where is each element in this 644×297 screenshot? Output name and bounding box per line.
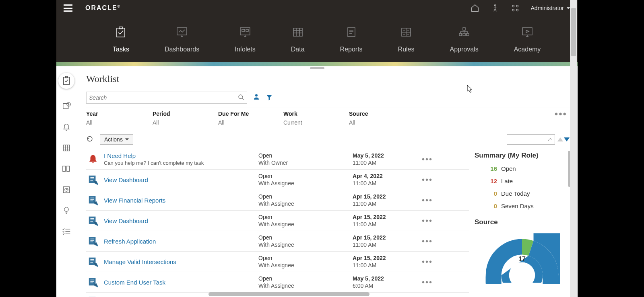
task-row[interactable]: View Financial ReportsOpenWith AssigneeA… [86, 190, 469, 211]
rail-lightbulb-icon[interactable] [62, 206, 71, 215]
svg-point-30 [255, 94, 258, 96]
svg-point-1 [512, 5, 514, 7]
summary-row[interactable]: 16Open [475, 165, 570, 172]
task-title[interactable]: Manage Valid Intersections [104, 258, 253, 265]
svg-rect-19 [64, 77, 70, 84]
task-icon [88, 174, 98, 185]
nav-item-rules[interactable]: Rules [398, 26, 415, 53]
task-menu-icon[interactable]: ••• [419, 281, 436, 283]
nav-item-reports[interactable]: Reports [340, 26, 363, 53]
task-title[interactable]: Custom End User Task [104, 279, 253, 286]
nav-item-academy[interactable]: Academy [514, 26, 541, 53]
task-time: 11:00 AM [353, 160, 413, 166]
tasks-list: I Need HelpCan you help me? I can't comp… [86, 149, 469, 297]
nav-item-approvals[interactable]: Approvals [450, 26, 479, 53]
task-date: May 5, 2022 [353, 152, 413, 159]
task-title[interactable]: View Dashboard [104, 176, 253, 183]
sort-asc-icon[interactable] [557, 136, 563, 143]
svg-rect-18 [522, 28, 532, 35]
rail-report-icon[interactable] [62, 185, 71, 194]
filter-period[interactable]: Period All [153, 111, 218, 126]
svg-rect-12 [348, 28, 355, 37]
nav-item-dashboards[interactable]: Dashboards [165, 26, 199, 53]
search-icon[interactable] [238, 94, 244, 102]
banner-strip [56, 62, 578, 66]
search-input[interactable] [89, 94, 238, 101]
task-row[interactable]: Manage Valid IntersectionsOpenWith Assig… [86, 252, 469, 272]
rail-worklist-icon[interactable] [58, 73, 74, 89]
user-menu[interactable]: Administrator [531, 5, 570, 11]
task-icon [88, 215, 98, 226]
task-date: Apr 15, 2022 [353, 214, 413, 220]
filter-source[interactable]: Source All [349, 111, 429, 126]
task-icon [88, 256, 98, 267]
task-menu-icon[interactable]: ••• [419, 178, 436, 181]
task-title[interactable]: View Dashboard [104, 217, 253, 224]
filter-work[interactable]: Work Current [283, 111, 349, 126]
apps-icon[interactable] [511, 4, 520, 12]
rail-alerts-icon[interactable] [62, 123, 71, 131]
rail-checklist-icon[interactable] [62, 227, 71, 236]
sort-desc-icon[interactable] [564, 136, 570, 143]
task-assignee: With Owner [258, 160, 347, 166]
task-row[interactable]: View DashboardOpenWith AssigneeApr 15, 2… [86, 211, 469, 231]
task-row[interactable]: View DashboardOpenWith AssigneeApr 4, 20… [86, 170, 469, 190]
filter-due[interactable]: Due For Me All [218, 111, 283, 126]
task-menu-icon[interactable]: ••• [419, 260, 436, 263]
task-title[interactable]: View Financial Reports [104, 197, 253, 204]
summary-count: 12 [487, 178, 497, 184]
rail-schedule-icon[interactable] [62, 102, 71, 111]
filter-year[interactable]: Year All [86, 111, 153, 126]
nav-item-infolets[interactable]: Infolets [235, 26, 256, 53]
summary-label: Seven Days [501, 203, 534, 209]
summary-label: Late [501, 178, 513, 184]
refresh-icon[interactable] [86, 135, 93, 144]
main-nav: TasksDashboardsInfoletsDataReportsRulesA… [56, 16, 578, 62]
summary-row[interactable]: 0Due Today [475, 190, 570, 197]
task-assignee: With Assignee [258, 242, 347, 248]
donut-center-label: 17 [518, 256, 526, 263]
svg-point-0 [494, 5, 495, 6]
summary-row[interactable]: 0Seven Days [475, 203, 570, 209]
summary-count: 0 [487, 190, 497, 197]
task-assignee: With Assignee [258, 201, 347, 207]
nav-item-tasks[interactable]: Tasks [113, 26, 129, 53]
task-row[interactable]: Custom End User TaskOpenWith AssigneeMay… [86, 272, 469, 293]
task-row[interactable]: I Need HelpCan you help me? I can't comp… [86, 149, 469, 170]
search-box[interactable] [86, 92, 247, 104]
task-menu-icon[interactable]: ••• [419, 240, 436, 242]
task-menu-icon[interactable]: ••• [419, 158, 436, 160]
task-date: Apr 4, 2022 [353, 173, 413, 179]
task-status: Open [258, 152, 347, 159]
summary-row[interactable]: 12Late [475, 178, 570, 184]
accessibility-icon[interactable] [491, 4, 500, 12]
rail-cards-icon[interactable] [62, 164, 71, 173]
summary-label: Open [501, 165, 516, 172]
task-sub: Can you help me? I can't complete my tas… [104, 160, 253, 166]
person-filter-icon[interactable] [253, 93, 260, 102]
home-icon[interactable] [471, 4, 479, 12]
source-donut-chart: 17 [475, 232, 570, 284]
task-time: 11:00 AM [353, 221, 413, 227]
task-menu-icon[interactable]: ••• [419, 199, 436, 201]
nav-item-data[interactable]: Data [291, 26, 305, 53]
task-title[interactable]: Refresh Application [104, 238, 253, 245]
filter-icon[interactable] [266, 94, 273, 102]
task-date: Apr 15, 2022 [353, 193, 413, 200]
actions-button[interactable]: Actions [100, 134, 133, 145]
app-scrollbar[interactable] [570, 0, 577, 297]
filter-more-icon[interactable]: ••• [555, 113, 567, 115]
horizontal-scrollbar[interactable] [208, 292, 369, 296]
source-title: Source [475, 218, 570, 226]
task-title[interactable]: I Need Help [104, 152, 253, 159]
sort-select[interactable] [507, 134, 555, 145]
task-row[interactable]: Refresh ApplicationOpenWith AssigneeApr … [86, 231, 469, 252]
hamburger-menu[interactable] [64, 4, 72, 12]
task-date: Apr 15, 2022 [353, 234, 413, 241]
svg-rect-17 [466, 33, 469, 36]
rail-grid-icon[interactable] [62, 143, 71, 152]
task-date: May 5, 2022 [353, 275, 413, 282]
task-assignee: With Assignee [258, 283, 347, 289]
task-menu-icon[interactable]: ••• [419, 219, 436, 222]
summary-count: 16 [487, 165, 497, 172]
